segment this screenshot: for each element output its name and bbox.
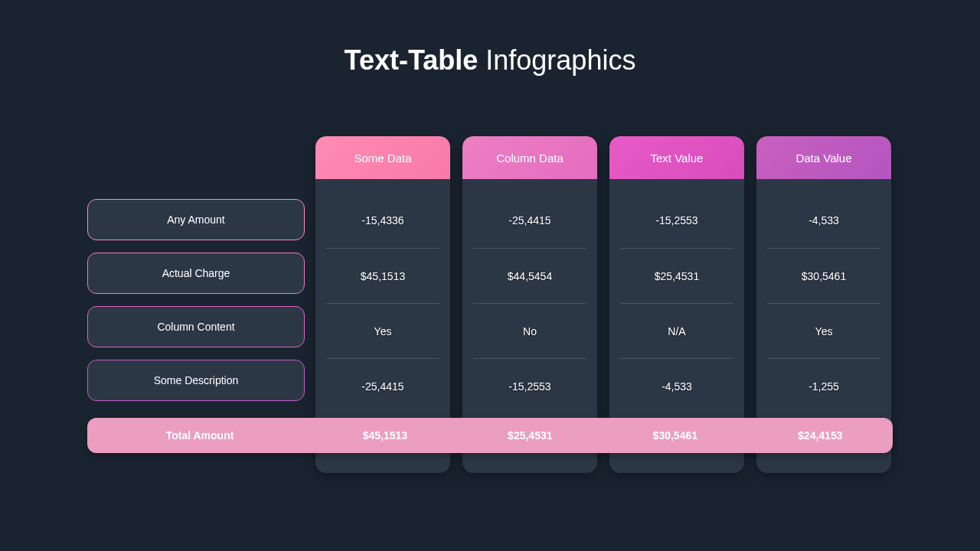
- cell: Yes: [767, 303, 880, 358]
- cell: -15,2553: [620, 193, 733, 248]
- row-label: Column Content: [87, 306, 305, 347]
- column-header: Column Data: [462, 136, 597, 179]
- column-body: -15,2553 $25,4531 N/A -4,533: [609, 179, 744, 413]
- title-bold: Text-Table: [345, 44, 479, 76]
- total-label: Total Amount: [87, 429, 312, 442]
- column-header: Data Value: [756, 136, 891, 179]
- column-body: -15,4336 $45,1513 Yes -25,4415: [315, 179, 450, 413]
- cell: -4,533: [767, 193, 880, 248]
- page-title: Text-Table Infographics: [0, 44, 980, 77]
- cell: $44,5454: [473, 248, 586, 303]
- total-cell: $24,4153: [748, 429, 893, 442]
- total-cell: $30,5461: [603, 429, 747, 442]
- column-body: -25,4415 $44,5454 No -15,2553: [462, 179, 597, 413]
- cell: $30,5461: [767, 248, 880, 303]
- row-labels: Any Amount Actual Charge Column Content …: [87, 199, 305, 401]
- row-label: Actual Charge: [87, 253, 305, 294]
- cell: $45,1513: [326, 248, 439, 303]
- cell: -15,4336: [326, 193, 439, 248]
- total-cell: $25,4531: [458, 429, 603, 442]
- cell: $25,4531: [620, 248, 733, 303]
- column-header: Text Value: [609, 136, 744, 179]
- total-bar: Total Amount $45,1513 $25,4531 $30,5461 …: [87, 418, 893, 453]
- row-label: Some Description: [87, 360, 305, 401]
- cell: Yes: [326, 303, 439, 358]
- cell: No: [473, 303, 586, 358]
- cell: -25,4415: [326, 358, 439, 413]
- column-body: -4,533 $30,5461 Yes -1,255: [756, 179, 891, 413]
- title-rest: Infographics: [478, 44, 635, 76]
- cell: -4,533: [620, 358, 733, 413]
- cell: -25,4415: [473, 193, 586, 248]
- total-cell: $45,1513: [312, 429, 457, 442]
- cell: -1,255: [767, 358, 880, 413]
- cell: -15,2553: [473, 358, 586, 413]
- row-label: Any Amount: [87, 199, 305, 240]
- cell: N/A: [620, 303, 733, 358]
- column-header: Some Data: [315, 136, 450, 179]
